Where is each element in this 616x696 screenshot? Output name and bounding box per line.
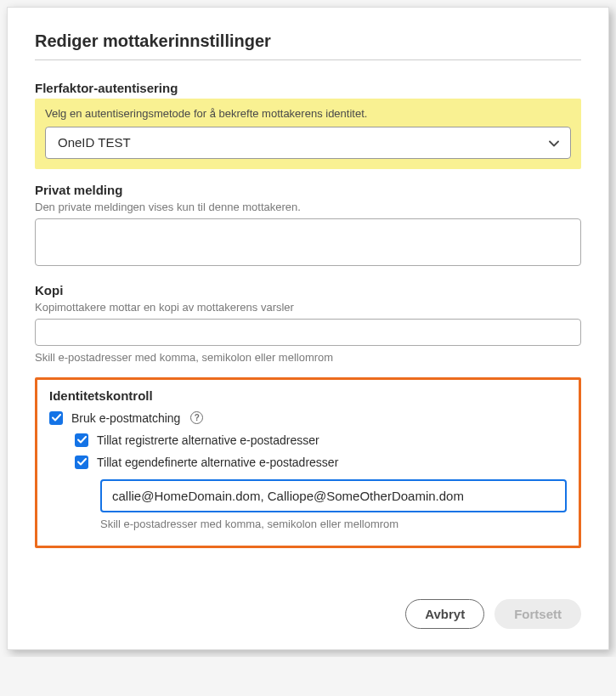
custom-alt-input-block: Skill e-postadresser med komma, semikolo… bbox=[100, 479, 567, 530]
recipient-settings-dialog: Rediger mottakerinnstillinger Flerfaktor… bbox=[7, 7, 609, 650]
registered-alt-label: Tillat registrerte alternative e-postadr… bbox=[97, 433, 319, 447]
copy-emails-input[interactable] bbox=[35, 319, 581, 346]
cancel-button[interactable]: Avbryt bbox=[405, 599, 484, 629]
identity-title: Identitetskontroll bbox=[49, 388, 567, 403]
email-matching-checkbox[interactable] bbox=[49, 411, 63, 425]
email-matching-row: Bruk e-postmatching ? bbox=[49, 411, 567, 425]
private-message-section: Privat melding Den private meldingen vis… bbox=[35, 183, 581, 269]
custom-alt-row: Tillat egendefinerte alternative e-posta… bbox=[75, 456, 567, 469]
mfa-section-title: Flerfaktor-autentisering bbox=[35, 81, 581, 95]
divider bbox=[35, 59, 581, 60]
mfa-section: Flerfaktor-autentisering Velg en autenti… bbox=[35, 81, 581, 169]
continue-button[interactable]: Fortsett bbox=[494, 599, 581, 629]
private-message-title: Privat melding bbox=[35, 183, 581, 197]
custom-alt-label: Tillat egendefinerte alternative e-posta… bbox=[97, 456, 338, 469]
copy-hint: Skill e-postadresser med komma, semikolo… bbox=[35, 351, 581, 364]
custom-alt-emails-input[interactable] bbox=[100, 479, 567, 512]
email-matching-label: Bruk e-postmatching bbox=[71, 411, 180, 425]
help-icon[interactable]: ? bbox=[190, 411, 203, 424]
custom-alt-hint: Skill e-postadresser med komma, semikolo… bbox=[100, 518, 567, 530]
private-message-helper: Den private meldingen vises kun til denn… bbox=[35, 201, 581, 213]
identity-section-frame: Identitetskontroll Bruk e-postmatching ?… bbox=[35, 377, 581, 548]
dialog-title: Rediger mottakerinnstillinger bbox=[35, 31, 581, 51]
registered-alt-checkbox[interactable] bbox=[75, 433, 88, 447]
registered-alt-row: Tillat registrerte alternative e-postadr… bbox=[75, 433, 567, 447]
copy-section: Kopi Kopimottakere mottar en kopi av mot… bbox=[35, 283, 581, 364]
mfa-helper-text: Velg en autentiseringsmetode for å bekre… bbox=[45, 107, 571, 120]
mfa-highlight: Velg en autentiseringsmetode for å bekre… bbox=[35, 99, 581, 169]
mfa-select-wrap: OneID TEST bbox=[45, 127, 571, 159]
copy-helper: Kopimottakere mottar en kopi av mottaker… bbox=[35, 301, 581, 314]
custom-alt-checkbox[interactable] bbox=[75, 456, 88, 469]
dialog-footer: Avbryt Fortsett bbox=[35, 599, 581, 629]
auth-method-select[interactable]: OneID TEST bbox=[45, 127, 571, 159]
private-message-input[interactable] bbox=[35, 218, 581, 266]
copy-title: Kopi bbox=[35, 283, 581, 297]
